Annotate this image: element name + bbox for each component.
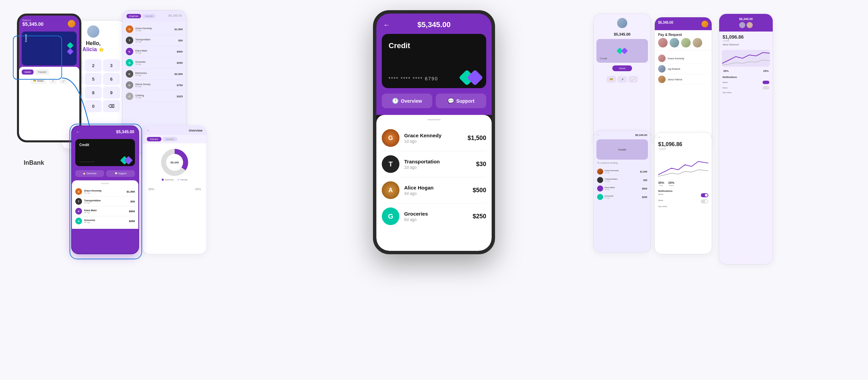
- pfr-notif-3: See other...: [723, 91, 769, 95]
- avatar-transport: T: [382, 155, 399, 173]
- r1-content: $5,345.00 Credit Invest: [594, 29, 651, 74]
- pr2-contact-av-3: [681, 38, 691, 47]
- avatar-alice: A: [382, 181, 399, 199]
- legend-dot-purple: [162, 179, 164, 181]
- pbr2-sub: +1329: [655, 147, 712, 153]
- chart-legend: Expenses Savings: [162, 179, 188, 181]
- num-5[interactable]: 5: [85, 73, 101, 85]
- time-groceries: 6d ago: [404, 217, 473, 222]
- tab-expense[interactable]: Expense: [126, 14, 141, 18]
- right-phone-1: $5,345.00 Credit Invest 💳 ↗ 📈: [593, 14, 651, 142]
- tab-wallet[interactable]: Wallet: [22, 69, 34, 75]
- item-amount: $325: [177, 95, 183, 98]
- r1-card-logo: [617, 48, 627, 53]
- item-name: Groceries: [135, 61, 175, 63]
- num-8[interactable]: 8: [85, 86, 101, 99]
- pfr-notif-section: Notifications Alerts News See other...: [719, 74, 773, 97]
- item-text: Electronics 5d ago: [135, 72, 173, 76]
- card-chip: [68, 43, 73, 54]
- drag-handle: [427, 119, 441, 120]
- num-9[interactable]: 9: [103, 86, 120, 99]
- pfr-amount: $5,345.00: [723, 17, 769, 21]
- r1-nav-icon-3[interactable]: 📈: [628, 76, 638, 83]
- pbl-item-groceries: G Groceries 4d ago $250: [75, 216, 135, 226]
- pr2-contact-janus: Janus Fabroa: [658, 74, 708, 85]
- pbl-card: Credit ---- ---- ---- ----: [75, 139, 135, 166]
- pbl-overview-btn[interactable]: ⏰ Overview: [75, 170, 104, 177]
- item-info-groceries: Groceries 6d ago: [404, 211, 473, 222]
- pbl-info-grace: Grace Kennedy 1d ago: [84, 189, 125, 194]
- avatar: T: [126, 37, 133, 44]
- overview-button[interactable]: 🕐 Overview: [382, 94, 432, 108]
- item-time: 2d ago: [135, 41, 176, 43]
- overview-phone: ← Overview Earned Income $5,345 Expenses…: [142, 125, 207, 254]
- toggle-alerts[interactable]: [701, 193, 708, 197]
- support-button[interactable]: 💬 Support: [436, 94, 486, 108]
- num-backspace[interactable]: ⌫: [103, 100, 120, 112]
- toggle-news[interactable]: [701, 199, 708, 203]
- item-name: Grace Kennedy: [135, 27, 173, 29]
- pr2-cname-jay: Jay Roberts: [668, 68, 680, 70]
- card-area: Credit **** **** **** 6790: [376, 34, 492, 94]
- pbl-time-groceries: 4d ago: [84, 221, 127, 223]
- back-button[interactable]: ←: [383, 21, 390, 29]
- list-item: C Clothing 7d ago $325: [126, 91, 183, 102]
- pbl-name-transport: Transportation: [84, 199, 129, 202]
- far-right-phone: $5,345.00 $1,096.86 +1329 Alicia Raismen…: [719, 14, 773, 264]
- item-text: Groceries 4d ago: [135, 61, 175, 65]
- pbl-support-btn[interactable]: 💬 Support: [106, 170, 135, 177]
- donut-chart: $5,345: [161, 149, 188, 176]
- expand-icon-btn[interactable]: ↗: [49, 78, 57, 84]
- pbl-card-title: Credit: [79, 143, 131, 147]
- credit-card: Credit **** **** **** 6790: [382, 34, 486, 88]
- pr2-contact-jay: Jay Roberts: [658, 64, 708, 74]
- r1-nav-icon-2[interactable]: ↗: [617, 76, 627, 83]
- pbr1-amt-kiara: $500: [642, 187, 647, 190]
- transaction-item-grace: G Grace Kennedy 1d ago $1,500: [382, 125, 486, 151]
- tab-transfer[interactable]: Transfer: [35, 69, 49, 75]
- pcl-tab-earned[interactable]: Earned: [147, 137, 161, 141]
- num-3[interactable]: 3: [103, 59, 120, 72]
- pbr2-chart: [655, 153, 712, 180]
- chip-teal: [67, 42, 74, 49]
- pr2-cname-grace: Grace Kennedy: [668, 57, 684, 60]
- user-name: Alicia: [82, 46, 97, 52]
- pbl-header: ← $5,345.00: [72, 126, 138, 138]
- chart-icon-btn[interactable]: 📈: [59, 78, 68, 84]
- card-number: **** **** **** 6790: [389, 76, 438, 81]
- num-6[interactable]: 6: [103, 73, 120, 85]
- tab-income[interactable]: Income: [142, 14, 156, 18]
- user-avatar: [68, 20, 75, 27]
- legend-dot-light: [177, 179, 179, 181]
- notif-title: Notifications: [658, 190, 708, 192]
- pfr-notif-label-2: News: [723, 87, 728, 89]
- pcl-back[interactable]: ←: [147, 128, 150, 132]
- pfr-toggle-1[interactable]: [763, 81, 769, 84]
- pbl-drag-handle: [101, 183, 109, 184]
- pcl-tab-income[interactable]: Income: [163, 137, 177, 141]
- r1-avatar-container: [594, 18, 651, 28]
- r1-button-area: Invest: [596, 65, 648, 71]
- pfr-toggle-2[interactable]: [763, 86, 769, 89]
- pbl-back-button[interactable]: ←: [76, 129, 80, 134]
- wallet-card: Credit: [22, 32, 77, 65]
- num-2[interactable]: 2: [85, 59, 101, 72]
- pbr2-notifications: Notifications Alerts News See other...: [655, 188, 712, 211]
- wallet-icon-btn[interactable]: 💳 Wallet: [31, 78, 46, 84]
- pbr2-back-arrow[interactable]: ←: [658, 135, 661, 139]
- pbr1-amt-grace: $1,500: [640, 171, 647, 173]
- inbank-brand: InBank: [24, 159, 44, 166]
- pfr-line-chart: [722, 50, 770, 67]
- notif-label-news: News: [658, 199, 663, 203]
- legend-label-savings: Savings: [180, 179, 188, 181]
- pr2-header: $5,345.00: [655, 17, 712, 30]
- pbr1-info-grace: Grace Kennedy 1d ago: [605, 169, 639, 174]
- r1-nav-icon-1[interactable]: 💳: [607, 76, 616, 83]
- r1-card-label: Credit: [600, 57, 607, 60]
- pbl-item-kiara: K Kiara Maier 3d ago $500: [75, 206, 135, 216]
- num-0[interactable]: 0: [85, 100, 101, 112]
- pr2-cav-janus: [658, 76, 666, 83]
- r1-invest-button[interactable]: Invest: [612, 65, 632, 71]
- pfr-sub: +1329: [723, 40, 769, 42]
- pbl-item-grace: G Grace Kennedy 1d ago $1,500: [75, 187, 135, 197]
